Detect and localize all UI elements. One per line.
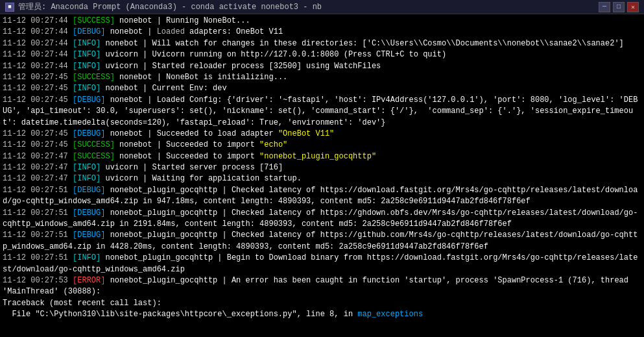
terminal-segment: 11-12 00:27:45 xyxy=(3,73,73,82)
window-icon: ■ xyxy=(5,3,14,12)
window: ■ 管理员: Anaconda Prompt (Anaconda3) - con… xyxy=(0,0,644,337)
terminal-segment: [SUCCESS] xyxy=(73,16,115,25)
terminal-line: 11-12 00:27:47 [SUCCESS] nonebot | Succe… xyxy=(3,151,641,162)
terminal-segment: [DEBUG] xyxy=(73,186,105,195)
terminal-segment: [DEBUG] xyxy=(73,231,105,240)
terminal-segment: uvicorn | Started reloader process [3250… xyxy=(101,62,381,71)
terminal-segment: [ERROR] xyxy=(73,276,105,285)
terminal-line: File "C:\Python310\lib\site-packages\htt… xyxy=(3,309,641,320)
terminal-line: 11-12 00:27:51 [DEBUG] nonebot_plugin_go… xyxy=(3,185,641,208)
terminal-line: 11-12 00:27:47 [INFO] uvicorn | Waiting … xyxy=(3,173,641,184)
terminal-segment: nonebot | Succeeded to load adapter xyxy=(105,129,278,138)
terminal-segment: nonebot | Running NoneBot... xyxy=(115,16,250,25)
maximize-button[interactable]: □ xyxy=(613,2,625,12)
terminal-segment: [INFO] xyxy=(73,253,101,262)
terminal-line: 11-12 00:27:44 [SUCCESS] nonebot | Runni… xyxy=(3,16,641,27)
terminal-segment: nonebot | Loaded Config: {'driver': '~fa… xyxy=(105,95,563,105)
terminal-line: 11-12 00:27:51 [INFO] nonebot_plugin_goc… xyxy=(3,253,641,275)
terminal-line: 11-12 00:27:47 [INFO] uvicorn | Started … xyxy=(3,162,641,173)
terminal-segment: nonebot_plugin_gocqhttp | Checked latenc… xyxy=(105,208,563,218)
terminal-output: 11-12 00:27:44 [SUCCESS] nonebot | Runni… xyxy=(0,14,644,337)
terminal-line: 11-12 00:27:45 [SUCCESS] nonebot | NoneB… xyxy=(3,72,641,83)
terminal-segment: 11-12 00:27:51 xyxy=(3,186,73,195)
terminal-segment: [INFO] xyxy=(73,163,101,172)
minimize-button[interactable]: ─ xyxy=(599,2,610,12)
terminal-segment: 11-12 00:27:47 xyxy=(3,174,73,183)
terminal-segment: uvicorn | Uvicorn running on http://127.… xyxy=(101,50,446,59)
terminal-segment: nonebot | Succeeded to import xyxy=(115,152,259,161)
terminal-segment: [SUCCESS] xyxy=(73,73,115,82)
terminal-segment: nonebot_plugin_gocqhttp | Checked latenc… xyxy=(105,186,563,195)
terminal-segment: nonebot | Will watch for changes in thes… xyxy=(101,39,563,48)
terminal-segment: uvicorn | Started server process [716] xyxy=(101,163,283,172)
terminal-segment: Loaded xyxy=(157,27,185,36)
terminal-segment: nonebot_plugin_gocqhttp | Begin to Downl… xyxy=(101,253,563,262)
terminal-line: 11-12 00:27:45 [SUCCESS] nonebot | Succe… xyxy=(3,140,641,151)
terminal-segment: 46f78f6ef xyxy=(488,197,531,206)
terminal-segment: 11-12 00:27:53 xyxy=(3,276,73,285)
title-bar-left: ■ 管理员: Anaconda Prompt (Anaconda3) - con… xyxy=(5,1,322,12)
terminal-segment: nonebot_plugin_gocqhttp | An error has b… xyxy=(105,276,563,285)
terminal-line: 11-12 00:27:45 [DEBUG] nonebot | Succeed… xyxy=(3,129,641,140)
terminal-segment: "OneBot V11" xyxy=(278,129,334,138)
terminal-segment: 11-12 00:27:45 xyxy=(3,84,73,93)
terminal-segment: File "C:\Python310\lib\site-packages\htt… xyxy=(3,310,357,319)
terminal-segment: 11-12 00:27:44 xyxy=(3,16,73,25)
title-bar-controls: ─ □ ✕ xyxy=(599,2,639,12)
terminal-segment: [DEBUG] xyxy=(73,208,105,218)
terminal-segment: [INFO] xyxy=(73,50,101,59)
terminal-segment: adapters: OneBot V11 xyxy=(185,27,283,36)
terminal-segment: 11-12 00:27:51 xyxy=(3,208,73,218)
terminal-segment: [INFO] xyxy=(73,174,101,183)
terminal-segment: 11-12 00:27:44 xyxy=(3,27,73,36)
terminal-line: 11-12 00:27:51 [DEBUG] nonebot_plugin_go… xyxy=(3,230,641,253)
terminal-line: 11-12 00:27:45 [DEBUG] nonebot | Loaded … xyxy=(3,95,641,129)
terminal-segment: [INFO] xyxy=(73,39,101,48)
terminal-segment: "nonebot_plugin_gocqhttp" xyxy=(259,152,376,161)
terminal-segment: 11-12 00:27:44 xyxy=(3,62,73,71)
terminal-segment: 11-12 00:27:47 xyxy=(3,163,73,172)
terminal-line: 11-12 00:27:44 [DEBUG] nonebot | Loaded … xyxy=(3,27,641,38)
terminal-segment: 8f6ef xyxy=(488,219,512,229)
terminal-segment: [DEBUG] xyxy=(73,95,105,105)
terminal-segment: 11-12 00:27:44 xyxy=(3,50,73,59)
terminal-segment: nonebot | xyxy=(105,27,156,36)
terminal-line: 11-12 00:27:45 [INFO] nonebot | Current … xyxy=(3,83,641,94)
terminal-segment: Traceback (most recent call last): xyxy=(3,299,161,308)
terminal-segment: [INFO] xyxy=(73,84,101,93)
terminal-segment: nonebot | Current Env: dev xyxy=(101,84,226,93)
terminal-segment: [INFO] xyxy=(73,62,101,71)
terminal-segment: [DEBUG] xyxy=(73,129,105,138)
terminal-segment: nonebot | Succeeded to import xyxy=(115,140,259,149)
terminal-segment: nonebot | NoneBot is initializing... xyxy=(115,73,287,82)
terminal-segment: 11-12 00:27:45 xyxy=(3,129,73,138)
terminal-line: 11-12 00:27:53 [ERROR] nonebot_plugin_go… xyxy=(3,275,641,298)
terminal-segment: 11-12 00:27:47 xyxy=(3,152,73,161)
terminal-segment: "echo" xyxy=(259,140,287,149)
terminal-line: 11-12 00:27:44 [INFO] uvicorn | Uvicorn … xyxy=(3,49,641,60)
terminal-segment: map_exceptions xyxy=(357,310,423,319)
terminal-segment: 11-12 00:27:51 xyxy=(3,231,73,240)
terminal-segment: ae2\\sanae2'] xyxy=(563,39,624,48)
terminal-line: 11-12 00:27:44 [INFO] uvicorn | Started … xyxy=(3,61,641,72)
terminal-segment: [DEBUG] xyxy=(73,27,105,36)
terminal-line: 11-12 00:27:51 [DEBUG] nonebot_plugin_go… xyxy=(3,208,641,231)
terminal-segment: uvicorn | Waiting for application startu… xyxy=(101,174,302,183)
terminal-segment: 11-12 00:27:51 xyxy=(3,253,73,262)
terminal-segment: 11-12 00:27:45 xyxy=(3,140,73,149)
title-bar: ■ 管理员: Anaconda Prompt (Anaconda3) - con… xyxy=(0,0,644,14)
terminal-segment: nonebot_plugin_gocqhttp | Checked latenc… xyxy=(105,231,563,240)
terminal-segment: [SUCCESS] xyxy=(73,140,115,149)
terminal-segment: 11-12 00:27:44 xyxy=(3,39,73,48)
close-button[interactable]: ✕ xyxy=(627,2,639,12)
terminal-line: 11-12 00:27:44 [INFO] nonebot | Will wat… xyxy=(3,38,641,49)
terminal-segment: 11-12 00:27:45 xyxy=(3,95,73,105)
terminal-segment: [SUCCESS] xyxy=(73,152,115,161)
icon-symbol: ■ xyxy=(8,4,11,10)
terminal-line: Traceback (most recent call last): xyxy=(3,298,641,309)
window-title: 管理员: Anaconda Prompt (Anaconda3) - conda… xyxy=(18,1,322,12)
